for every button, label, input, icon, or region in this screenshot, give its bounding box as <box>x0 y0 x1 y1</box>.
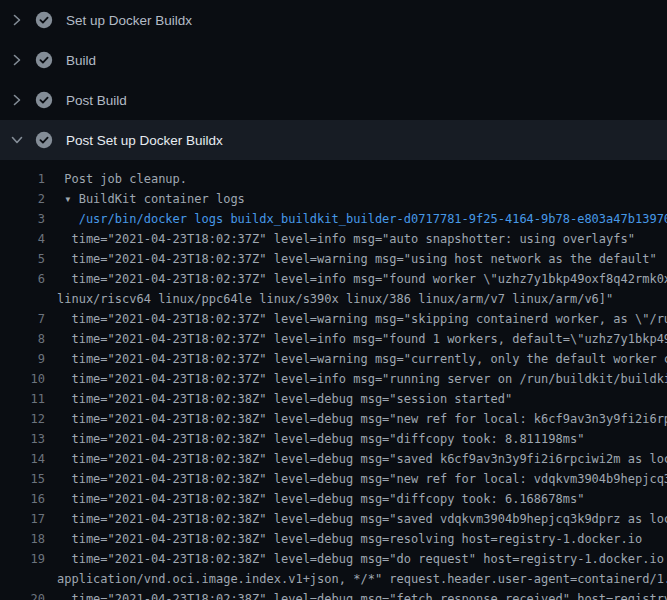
log-text: time="2021-04-23T18:02:38Z" level=debug … <box>45 469 667 489</box>
log-text: time="2021-04-23T18:02:37Z" level=info m… <box>45 229 667 249</box>
log-line-number[interactable]: 7 <box>0 309 45 329</box>
log-text: time="2021-04-23T18:02:38Z" level=debug … <box>45 389 667 409</box>
log-row: 3 /usr/bin/docker logs buildx_buildkit_b… <box>0 209 667 229</box>
log-text: time="2021-04-23T18:02:37Z" level=warnin… <box>45 249 667 269</box>
log-text: Post job cleanup. <box>45 169 667 189</box>
log-text: time="2021-04-23T18:02:37Z" level=info m… <box>45 329 667 349</box>
step-row-set-up-docker-buildx[interactable]: Set up Docker Buildx <box>0 0 667 40</box>
chevron-right-icon <box>11 54 23 66</box>
log-text: time="2021-04-23T18:02:37Z" level=warnin… <box>45 349 667 369</box>
step-label: Set up Docker Buildx <box>66 13 192 28</box>
log-text: ▾ BuildKit container logs <box>45 189 667 209</box>
log-row: 2 ▾ BuildKit container logs <box>0 189 667 209</box>
log-line-number[interactable]: 13 <box>0 429 45 449</box>
step-label: Build <box>66 53 96 68</box>
log-text: time="2021-04-23T18:02:38Z" level=debug … <box>45 589 667 600</box>
log-text: time="2021-04-23T18:02:38Z" level=debug … <box>45 529 667 549</box>
log-text: time="2021-04-23T18:02:38Z" level=debug … <box>45 549 667 569</box>
check-circle-icon <box>35 131 53 149</box>
log-row: 14 time="2021-04-23T18:02:38Z" level=deb… <box>0 449 667 469</box>
log-row: 1 Post job cleanup. <box>0 169 667 189</box>
step-label: Post Set up Docker Buildx <box>66 133 223 148</box>
log-lines: 1 Post job cleanup.2 ▾ BuildKit containe… <box>0 160 667 600</box>
log-text: time="2021-04-23T18:02:38Z" level=debug … <box>45 409 667 429</box>
log-line-number[interactable]: 8 <box>0 329 45 349</box>
chevron-down-icon <box>11 134 23 146</box>
log-line-number[interactable]: 1 <box>0 169 45 189</box>
log-row: application/vnd.oci.image.index.v1+json,… <box>0 569 667 589</box>
log-row: 9 time="2021-04-23T18:02:37Z" level=warn… <box>0 349 667 369</box>
log-line-number[interactable]: 6 <box>0 269 45 289</box>
log-row: 20 time="2021-04-23T18:02:38Z" level=deb… <box>0 589 667 600</box>
step-row-post-build[interactable]: Post Build <box>0 80 667 120</box>
log-line-number <box>0 289 45 309</box>
log-row: 8 time="2021-04-23T18:02:37Z" level=info… <box>0 329 667 349</box>
log-line-number[interactable]: 2 <box>0 189 45 209</box>
log-text: time="2021-04-23T18:02:38Z" level=debug … <box>45 489 667 509</box>
log-line-number[interactable]: 20 <box>0 589 45 600</box>
log-row: 10 time="2021-04-23T18:02:37Z" level=inf… <box>0 369 667 389</box>
step-row-post-set-up-docker-buildx[interactable]: Post Set up Docker Buildx <box>0 120 667 160</box>
log-text: time="2021-04-23T18:02:38Z" level=debug … <box>45 509 667 529</box>
log-row: 4 time="2021-04-23T18:02:37Z" level=info… <box>0 229 667 249</box>
log-line-number[interactable]: 3 <box>0 209 45 229</box>
log-line-number[interactable]: 11 <box>0 389 45 409</box>
log-line-number[interactable]: 12 <box>0 409 45 429</box>
step-row-build[interactable]: Build <box>0 40 667 80</box>
log-line-number[interactable]: 14 <box>0 449 45 469</box>
log-row: 19 time="2021-04-23T18:02:38Z" level=deb… <box>0 549 667 569</box>
log-row: 7 time="2021-04-23T18:02:37Z" level=warn… <box>0 309 667 329</box>
steps-list: Set up Docker Buildx Build Post Build Po… <box>0 0 667 160</box>
chevron-right-icon <box>11 14 23 26</box>
log-row: 18 time="2021-04-23T18:02:38Z" level=deb… <box>0 529 667 549</box>
log-text: time="2021-04-23T18:02:37Z" level=warnin… <box>45 309 667 329</box>
log-line-number[interactable]: 4 <box>0 229 45 249</box>
log-line-number[interactable]: 9 <box>0 349 45 369</box>
log-row: 17 time="2021-04-23T18:02:38Z" level=deb… <box>0 509 667 529</box>
log-line-number[interactable]: 5 <box>0 249 45 269</box>
log-row: 11 time="2021-04-23T18:02:38Z" level=deb… <box>0 389 667 409</box>
log-text: time="2021-04-23T18:02:37Z" level=info m… <box>45 269 667 289</box>
log-line-number <box>0 569 45 589</box>
log-line-number[interactable]: 16 <box>0 489 45 509</box>
log-line-number[interactable]: 10 <box>0 369 45 389</box>
log-command-text: /usr/bin/docker logs buildx_buildkit_bui… <box>45 209 667 229</box>
check-circle-icon <box>35 91 53 109</box>
log-row: 5 time="2021-04-23T18:02:37Z" level=warn… <box>0 249 667 269</box>
log-row: 6 time="2021-04-23T18:02:37Z" level=info… <box>0 269 667 289</box>
log-text: time="2021-04-23T18:02:37Z" level=info m… <box>45 369 667 389</box>
log-text: time="2021-04-23T18:02:38Z" level=debug … <box>45 429 667 449</box>
chevron-right-icon <box>11 94 23 106</box>
log-text: application/vnd.oci.image.index.v1+json,… <box>45 569 667 589</box>
log-line-number[interactable]: 17 <box>0 509 45 529</box>
log-text: linux/riscv64 linux/ppc64le linux/s390x … <box>45 289 667 309</box>
log-row: 15 time="2021-04-23T18:02:38Z" level=deb… <box>0 469 667 489</box>
log-line-number[interactable]: 19 <box>0 549 45 569</box>
step-label: Post Build <box>66 93 127 108</box>
log-line-number[interactable]: 15 <box>0 469 45 489</box>
check-circle-icon <box>35 11 53 29</box>
log-row: linux/riscv64 linux/ppc64le linux/s390x … <box>0 289 667 309</box>
log-row: 13 time="2021-04-23T18:02:38Z" level=deb… <box>0 429 667 449</box>
log-row: 12 time="2021-04-23T18:02:38Z" level=deb… <box>0 409 667 429</box>
log-text: time="2021-04-23T18:02:38Z" level=debug … <box>45 449 667 469</box>
check-circle-icon <box>35 51 53 69</box>
log-row: 16 time="2021-04-23T18:02:38Z" level=deb… <box>0 489 667 509</box>
log-line-number[interactable]: 18 <box>0 529 45 549</box>
